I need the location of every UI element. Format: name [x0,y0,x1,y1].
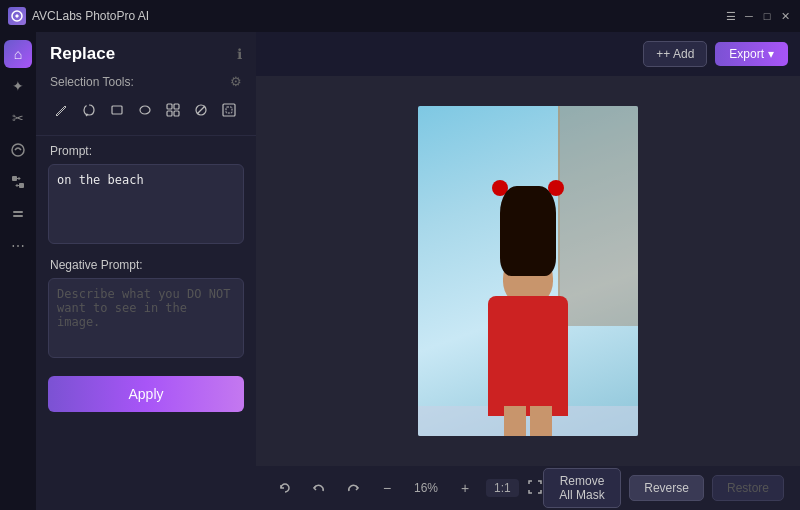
main-layout: ⌂ ✦ ✂ ⋯ Replace ℹ [0,32,800,510]
side-panel: Replace ℹ Selection Tools: ⚙ [36,32,256,510]
minimize-button[interactable]: ─ [742,9,756,23]
lasso-tool[interactable] [78,99,100,121]
canvas-area: + + Add Export ▾ [256,32,800,510]
svg-rect-5 [13,215,23,217]
menu-button[interactable]: ☰ [724,9,738,23]
app-title: AVCLabs PhotoPro AI [32,9,149,23]
svg-rect-2 [12,176,17,181]
selection-tools-label: Selection Tools: [50,75,134,89]
svg-line-13 [197,106,205,114]
svg-point-7 [140,106,150,114]
restore-button: Restore [712,475,784,501]
zoom-ratio[interactable]: 1:1 [486,479,519,497]
zoom-in-button[interactable]: + [452,475,478,501]
export-chevron-icon: ▾ [768,47,774,61]
expand-tool[interactable] [218,99,240,121]
svg-point-1 [12,144,24,156]
rotate-left-button[interactable] [272,475,298,501]
girl-leg-left [504,406,526,436]
canvas-view [256,76,800,466]
tools-icons-row [36,95,256,131]
svg-rect-3 [19,183,24,188]
bottom-toolbar: − 16% + 1:1 Remove All Mask Reverse Rest… [256,466,800,510]
add-button[interactable]: + + Add [643,41,707,67]
ellipse-tool[interactable] [134,99,156,121]
maximize-button[interactable]: □ [760,9,774,23]
info-icon[interactable]: ℹ [237,46,242,62]
svg-rect-9 [174,104,179,109]
girl-leg-right [530,406,552,436]
svg-rect-15 [226,107,232,113]
divider1 [36,135,256,136]
grid-tool[interactable] [162,99,184,121]
sidebar-item-home[interactable]: ⌂ [4,40,32,68]
sidebar-item-replace[interactable] [4,168,32,196]
girl-figure [448,136,608,436]
zoom-controls: − 16% + 1:1 [272,475,543,501]
zoom-out-button[interactable]: − [374,475,400,501]
sidebar-item-effects[interactable]: ✦ [4,72,32,100]
svg-rect-4 [13,211,23,213]
image-canvas [418,106,638,436]
redo-button[interactable] [340,475,366,501]
rect-tool[interactable] [106,99,128,121]
close-button[interactable]: ✕ [778,9,792,23]
top-bar: + + Add Export ▾ [256,32,800,76]
icon-sidebar: ⌂ ✦ ✂ ⋯ [0,32,36,510]
mask-controls: Remove All Mask Reverse Restore [543,468,784,508]
exclude-tool[interactable] [190,99,212,121]
pen-tool[interactable] [50,99,72,121]
selection-tools-row: Selection Tools: ⚙ [36,72,256,95]
zoom-percent: 16% [408,481,444,495]
fit-icon[interactable] [527,479,543,498]
svg-rect-6 [112,106,122,114]
prompt-label: Prompt: [36,140,256,164]
sidebar-item-enhance[interactable] [4,136,32,164]
export-button[interactable]: Export ▾ [715,42,788,66]
negative-prompt-textarea[interactable] [48,278,244,358]
svg-rect-11 [174,111,179,116]
sidebar-item-cutout[interactable]: ✂ [4,104,32,132]
negative-prompt-label: Negative Prompt: [36,254,256,278]
remove-all-mask-button[interactable]: Remove All Mask [543,468,622,508]
titlebar-left: AVCLabs PhotoPro AI [8,7,149,25]
undo-button[interactable] [306,475,332,501]
sidebar-item-layers[interactable] [4,200,32,228]
prompt-textarea[interactable]: on the beach [48,164,244,244]
plus-icon: + [656,47,663,61]
svg-rect-10 [167,111,172,116]
panel-header: Replace ℹ [36,32,256,72]
svg-rect-14 [223,104,235,116]
titlebar-controls: ☰ ─ □ ✕ [724,9,792,23]
girl-body [488,296,568,416]
reverse-button[interactable]: Reverse [629,475,704,501]
girl-hair [500,186,556,276]
panel-title: Replace [50,44,115,64]
svg-rect-8 [167,104,172,109]
app-icon [8,7,26,25]
gear-icon[interactable]: ⚙ [230,74,242,89]
sidebar-item-more[interactable]: ⋯ [4,232,32,260]
apply-button[interactable]: Apply [48,376,244,412]
titlebar: AVCLabs PhotoPro AI ☰ ─ □ ✕ [0,0,800,32]
